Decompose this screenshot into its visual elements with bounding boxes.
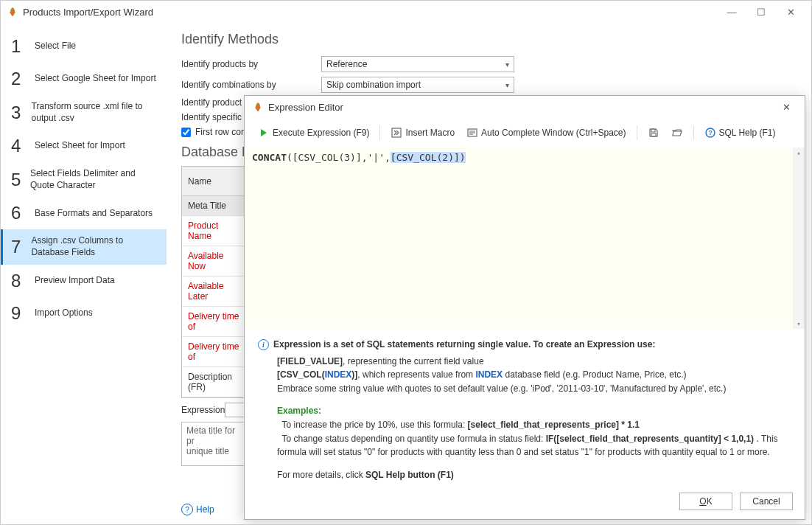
svg-rect-5: [651, 129, 655, 132]
table-row[interactable]: Meta Title: [182, 196, 247, 216]
scrollbar[interactable]: ▴ ▾: [793, 147, 805, 329]
folder-open-icon: [671, 127, 683, 139]
chevron-down-icon: ▾: [505, 81, 509, 89]
step-8[interactable]: 8Preview Import Data: [1, 265, 167, 297]
help-icon: ?: [704, 127, 716, 139]
modal-buttons: OK Cancel: [679, 493, 793, 510]
name-column-header: Name: [182, 167, 247, 196]
step-6[interactable]: 6Base Formats and Separators: [1, 197, 167, 229]
step-7[interactable]: 7Assign .csv Columns to Database Fields: [1, 229, 167, 264]
scroll-up-icon: ▴: [797, 149, 800, 156]
database-fields-table: Name Meta Title Product Name Available N…: [181, 166, 248, 398]
step-2[interactable]: 2Select Google Sheet for Import: [1, 63, 167, 95]
identify-products-label: Identify products by: [181, 59, 321, 69]
first-row-checkbox[interactable]: [181, 128, 191, 137]
first-row-checkbox-label: First row con: [195, 127, 246, 137]
identify-products-dropdown[interactable]: Reference▾: [321, 56, 514, 72]
expression-row: Expression: [181, 403, 248, 417]
code-editor[interactable]: CONCAT([CSV_COL(3)],'|',[CSV_COL(2)]) ▴ …: [245, 147, 805, 329]
ok-button[interactable]: OK: [679, 493, 732, 510]
modal-title: Expression Editor: [268, 102, 775, 113]
autocomplete-icon: [466, 127, 478, 139]
save-icon-button[interactable]: [643, 124, 664, 142]
table-row[interactable]: Description (FR): [182, 367, 247, 397]
window-controls: ― ☐ ✕: [717, 3, 805, 21]
window-title: Products Import/Export Wizard: [23, 7, 717, 18]
minimize-button[interactable]: ―: [717, 3, 746, 21]
identify-combinations-row: Identify combinations by Skip combinatio…: [181, 77, 797, 93]
macro-icon: [391, 127, 402, 139]
step-1[interactable]: 1Select File: [1, 30, 167, 63]
play-icon: [258, 127, 270, 139]
titlebar: Products Import/Export Wizard ― ☐ ✕: [1, 1, 811, 23]
step-9[interactable]: 9Import Options: [1, 297, 167, 330]
close-button[interactable]: ✕: [776, 3, 805, 21]
wizard-steps-sidebar: 1Select File 2Select Google Sheet for Im…: [1, 23, 167, 524]
table-row[interactable]: Available Later: [182, 277, 247, 307]
app-icon: [252, 101, 264, 113]
app-icon: [7, 6, 18, 18]
modal-close-button[interactable]: ✕: [775, 102, 797, 113]
save-icon: [648, 127, 659, 139]
info-panel: iExpression is a set of SQL statements r…: [245, 329, 805, 490]
separator: [637, 125, 637, 140]
modal-toolbar: Execute Expression (F9) Insert Macro Aut…: [245, 118, 805, 147]
description-box: Meta title for pr unique title: [181, 422, 248, 466]
insert-macro-button[interactable]: Insert Macro: [386, 124, 459, 142]
step-4[interactable]: 4Select Sheet for Import: [1, 130, 167, 162]
cancel-button[interactable]: Cancel: [740, 493, 793, 510]
table-row[interactable]: Available Now: [182, 246, 247, 277]
scroll-down-icon: ▾: [797, 320, 800, 327]
svg-rect-6: [651, 133, 656, 136]
info-icon: i: [258, 339, 269, 350]
identify-combinations-dropdown[interactable]: Skip combination import▾: [321, 77, 514, 93]
separator: [379, 125, 380, 140]
expression-editor-modal: Expression Editor ✕ Execute Expression (…: [244, 95, 805, 520]
table-row[interactable]: Delivery time of: [182, 337, 247, 367]
step-3[interactable]: 3Transform source .xml file to output .c…: [1, 95, 167, 130]
identify-section-title: Identify Methods: [181, 32, 797, 47]
identify-products-row: Identify products by Reference▾: [181, 56, 797, 72]
identify-combinations-label: Identify combinations by: [181, 80, 321, 90]
modal-titlebar: Expression Editor ✕: [245, 96, 805, 118]
expression-label: Expression: [181, 405, 225, 415]
sql-help-button[interactable]: ? SQL Help (F1): [700, 124, 780, 142]
svg-text:?: ?: [708, 129, 713, 136]
maximize-button[interactable]: ☐: [746, 3, 776, 21]
step-5[interactable]: 5Select Fields Delimiter and Quote Chara…: [1, 162, 167, 197]
table-row[interactable]: Product Name: [182, 216, 247, 246]
execute-expression-button[interactable]: Execute Expression (F9): [253, 124, 374, 142]
table-row[interactable]: Delivery time of: [182, 307, 247, 337]
open-icon-button[interactable]: [667, 124, 687, 142]
separator: [693, 125, 694, 140]
help-link[interactable]: ? Help: [181, 504, 214, 515]
help-icon: ?: [181, 504, 193, 515]
chevron-down-icon: ▾: [505, 60, 509, 69]
auto-complete-button[interactable]: Auto Complete Window (Ctrl+Space): [462, 124, 630, 142]
